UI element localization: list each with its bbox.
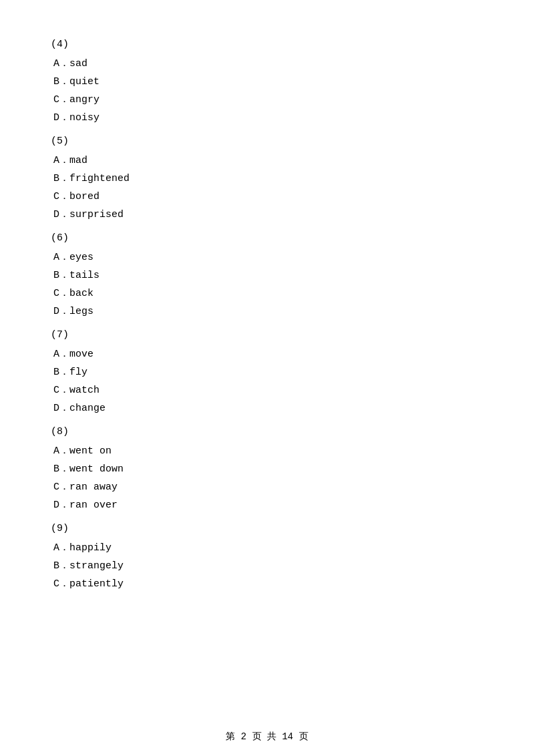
option-q6-0: A．eyes [51, 250, 483, 263]
option-q4-0: A．sad [51, 57, 483, 69]
option-q5-1: B．frightened [51, 172, 483, 184]
option-q6-1: B．tails [51, 268, 483, 281]
option-q7-1: B．fly [51, 365, 483, 378]
option-q6-3: D．legs [51, 305, 483, 317]
option-q9-2: C．patiently [51, 577, 483, 590]
option-q8-3: D．ran over [51, 498, 483, 511]
option-q7-0: A．move [51, 347, 483, 360]
option-q9-1: B．strangely [51, 559, 483, 572]
option-q7-2: C．watch [51, 383, 483, 396]
question-number-8: (8) [51, 426, 483, 437]
option-q4-2: C．angry [51, 93, 483, 106]
option-q5-3: D．surprised [51, 208, 483, 220]
option-q7-3: D．change [51, 401, 483, 414]
option-q4-1: B．quiet [51, 75, 483, 87]
page-footer: 第 2 页 共 14 页 [0, 731, 534, 743]
option-q6-2: C．back [51, 287, 483, 299]
question-number-4: (4) [51, 39, 483, 50]
option-q8-1: B．went down [51, 462, 483, 475]
option-q5-2: C．bored [51, 190, 483, 202]
option-q4-3: D．noisy [51, 111, 483, 124]
option-q9-0: A．happily [51, 541, 483, 554]
footer-text: 第 2 页 共 14 页 [226, 731, 308, 742]
page-content: (4)A．sadB．quietC．angryD．noisy(5)A．madB．f… [0, 0, 534, 635]
question-number-6: (6) [51, 232, 483, 244]
question-number-7: (7) [51, 329, 483, 341]
option-q8-2: C．ran away [51, 480, 483, 493]
question-number-9: (9) [51, 523, 483, 534]
question-number-5: (5) [51, 136, 483, 147]
option-q8-0: A．went on [51, 444, 483, 457]
option-q5-0: A．mad [51, 154, 483, 166]
